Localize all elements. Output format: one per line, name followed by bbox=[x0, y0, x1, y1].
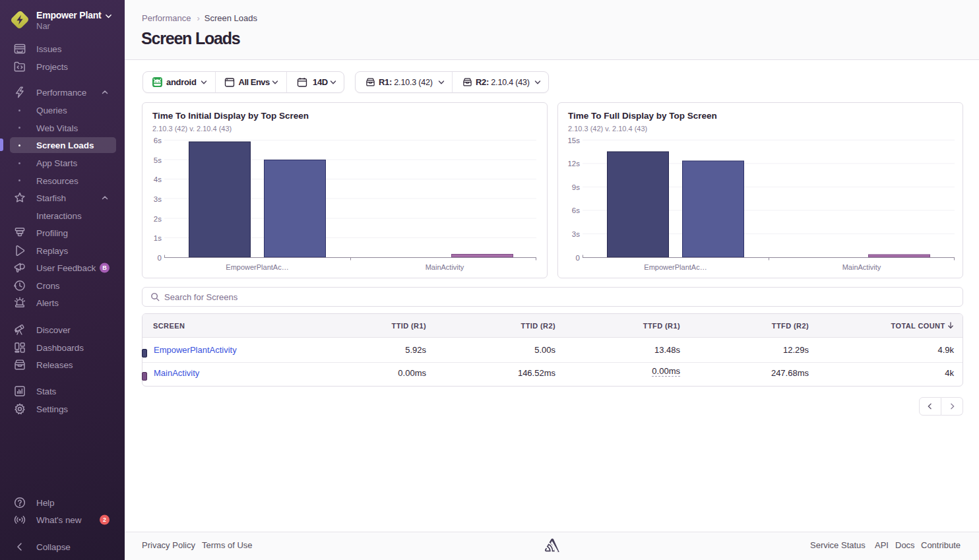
svg-text:15s: 15s bbox=[567, 137, 580, 144]
svg-text:EmpowerPlantAc…: EmpowerPlantAc… bbox=[226, 263, 288, 271]
svg-text:6s: 6s bbox=[572, 206, 580, 214]
svg-text:3s: 3s bbox=[572, 230, 580, 238]
svg-text:4s: 4s bbox=[154, 175, 162, 183]
svg-text:12s: 12s bbox=[567, 160, 580, 168]
svg-text:1s: 1s bbox=[154, 234, 162, 242]
svg-text:0: 0 bbox=[158, 254, 162, 262]
svg-text:0: 0 bbox=[576, 254, 580, 262]
svg-text:MainActivity: MainActivity bbox=[842, 263, 881, 271]
svg-text:MainActivity: MainActivity bbox=[426, 263, 464, 271]
svg-text:9s: 9s bbox=[572, 183, 580, 191]
svg-text:5s: 5s bbox=[154, 156, 162, 164]
svg-text:6s: 6s bbox=[154, 137, 162, 144]
svg-text:3s: 3s bbox=[154, 195, 162, 203]
svg-text:2s: 2s bbox=[154, 215, 162, 223]
svg-text:EmpowerPlantAc…: EmpowerPlantAc… bbox=[644, 263, 707, 271]
